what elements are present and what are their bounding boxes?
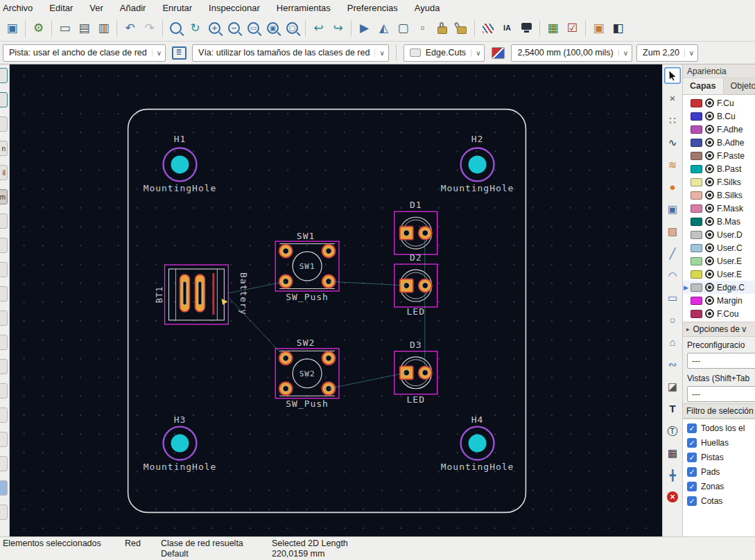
mounting-hole-h1[interactable] [164,148,197,181]
layers-manager-icon[interactable]: ◧ [609,19,627,37]
tab-objetos[interactable]: Objeto [724,78,755,94]
footprint-d1[interactable] [394,211,437,254]
draw-arc-icon[interactable]: ◠ [664,267,681,283]
layer-color-swatch[interactable] [691,297,702,305]
visibility-eye-icon[interactable] [705,256,714,265]
visibility-eye-icon[interactable] [705,309,714,318]
visibility-eye-icon[interactable] [705,151,714,160]
left-toolbar-icon[interactable] [0,408,8,423]
undo-icon[interactable]: ↶ [121,19,139,37]
add-zone-icon[interactable]: ▨ [664,222,681,239]
menu-ver[interactable]: Ver [89,3,103,13]
units-inches-icon[interactable]: n [0,141,8,156]
grid-select[interactable]: 2,5400 mm (100,00 mils) ∨ [511,44,632,62]
menu-ayuda[interactable]: Ayuda [415,3,440,13]
checkbox-checked-icon[interactable]: ✓ [687,496,697,506]
layer-color-swatch[interactable] [691,270,702,279]
zoom-out-icon[interactable]: − [225,19,243,37]
menu-editar[interactable]: Editar [49,3,73,13]
mounting-hole-h3[interactable] [164,427,197,460]
visibility-eye-icon[interactable] [705,191,714,200]
layer-color-swatch[interactable] [691,125,702,134]
redo-icon[interactable]: ↷ [140,19,159,37]
left-toolbar-icon[interactable] [0,92,8,107]
via-size-select[interactable]: Vía: utilizar los tamaños de las clases … [192,44,389,62]
viewports-select[interactable]: --- [687,386,755,402]
layer-color-swatch[interactable] [691,231,702,239]
units-mm-icon[interactable]: m [0,189,8,204]
ref-h1[interactable]: H1 [174,134,186,144]
left-toolbar-icon[interactable] [0,480,8,496]
value-sw1[interactable]: SW_Push [286,292,329,302]
visibility-eye-icon[interactable] [705,177,714,186]
menu-archivo[interactable]: Archivo [3,3,33,13]
layer-row[interactable]: Margin [683,294,755,307]
layer-color-swatch[interactable] [691,218,702,226]
layer-row[interactable]: B.Past [683,162,755,175]
menu-inspeccionar[interactable]: Inspeccionar [209,3,260,13]
draw-circle-icon[interactable]: ○ [664,311,681,328]
zoom-fit-objects-icon[interactable]: ▣ [263,19,282,37]
left-toolbar-icon[interactable] [0,262,8,277]
presets-select[interactable]: --- [687,353,755,369]
track-width-select[interactable]: Pista: usar el ancho de clase de red ∨ [3,44,166,62]
left-toolbar-icon[interactable] [0,213,8,229]
delete-tool-icon[interactable]: × [664,489,681,505]
3d-viewer-icon[interactable] [517,19,536,37]
left-toolbar-icon[interactable] [0,68,8,83]
menu-enrutar[interactable]: Enrutar [162,3,192,13]
ref-sw1[interactable]: SW1 [297,231,315,241]
add-table-icon[interactable]: ▦ [664,444,681,461]
layer-color-swatch[interactable] [691,152,702,160]
layer-color-swatch[interactable] [691,244,702,252]
layer-row[interactable]: F.Adhe [683,123,755,136]
draw-rectangle-icon[interactable]: ▭ [664,289,681,306]
footprint-d3[interactable] [394,351,437,394]
filter-dimensions[interactable]: ✓Cotas [687,496,752,506]
ungroup-icon[interactable]: ▫ [413,19,432,37]
left-toolbar-icon[interactable] [0,238,8,253]
ref-sw2[interactable]: SW2 [297,338,315,348]
visibility-eye-icon[interactable] [705,164,714,173]
filter-pads[interactable]: ✓Pads [687,467,752,477]
left-toolbar-icon[interactable] [0,505,8,520]
net-inspector-icon[interactable]: IA [498,19,517,37]
value-h2[interactable]: MountingHole [441,183,514,193]
drc-icon[interactable]: ☑ [563,19,582,37]
rotate-ccw-icon[interactable]: ↩ [309,19,328,37]
ref-h3[interactable]: H3 [174,414,186,425]
value-bt1[interactable]: Battery [238,272,249,315]
layer-row[interactable]: F.Cu [683,96,755,110]
layer-color-swatch[interactable] [691,283,702,292]
value-d2[interactable]: LED [407,306,425,317]
layer-row[interactable]: B.Silks [683,189,755,202]
pcb-canvas[interactable]: BT1 Battery SW1 SW1 SW_Push [10,64,662,536]
layer-row[interactable]: F.Paste [683,149,755,162]
visibility-eye-icon[interactable] [705,283,714,292]
select-tool-icon[interactable] [664,67,681,84]
layer-color-swatch[interactable] [691,257,702,265]
value-h4[interactable]: MountingHole [441,462,514,472]
left-toolbar-icon[interactable] [0,116,8,132]
left-toolbar-icon[interactable] [0,383,8,399]
visibility-eye-icon[interactable] [705,230,714,239]
left-toolbar-icon[interactable] [0,456,8,471]
print-icon[interactable]: ▤ [75,19,94,37]
visibility-eye-icon[interactable] [705,243,714,252]
flip-board-icon[interactable]: ▶ [355,19,374,37]
footprint-sw1[interactable]: SW1 [275,241,339,291]
left-toolbar-icon[interactable] [0,432,8,447]
layer-row[interactable]: User.D [683,228,755,241]
filter-tracks[interactable]: ✓Pistas [687,453,752,462]
footprint-d2[interactable] [394,264,437,307]
visibility-eye-icon[interactable] [705,138,714,147]
layer-select[interactable]: Edge.Cuts ∨ [403,44,485,62]
mounting-hole-h4[interactable] [461,427,494,460]
menu-preferencias[interactable]: Preferencias [347,3,398,13]
left-toolbar-icon[interactable] [0,310,8,326]
filter-all-items[interactable]: ✓Todos los el [687,423,752,433]
visibility-eye-icon[interactable] [705,125,714,134]
draw-bezier-icon[interactable]: ∾ [664,356,681,372]
ref-d1[interactable]: D1 [410,200,422,210]
value-sw2[interactable]: SW_Push [286,399,329,409]
